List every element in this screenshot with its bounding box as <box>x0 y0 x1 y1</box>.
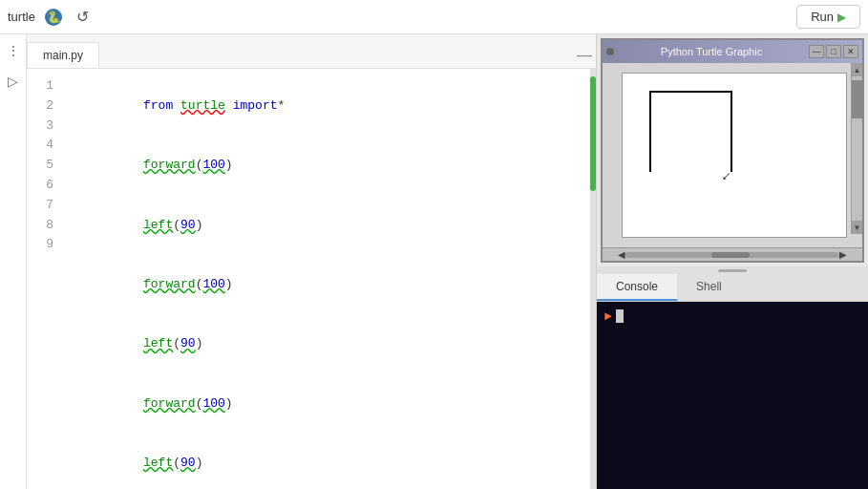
turtle-vscroll-down[interactable]: ▼ <box>852 221 862 234</box>
run-label: Run <box>811 10 834 24</box>
turtle-vscroll-up[interactable]: ▲ <box>852 63 862 76</box>
console-prompt: ► <box>604 309 612 324</box>
turtle-close-button[interactable]: ✕ <box>843 45 858 58</box>
sidebar-menu-icon[interactable]: ⋮ <box>5 42 22 59</box>
line-numbers: 1 2 3 4 5 6 7 8 9 <box>27 69 61 489</box>
run-button[interactable]: Run ▶ <box>796 5 860 29</box>
turtle-hscroll-left[interactable]: ◀ <box>618 249 625 260</box>
sidebar-cursor-icon[interactable]: ▷ <box>5 73 22 90</box>
code-line-6: forward(100) <box>69 374 590 434</box>
code-editor[interactable]: from turtle import* forward(100) left(90… <box>61 69 590 489</box>
turtle-hscroll[interactable]: ◀ ▶ <box>603 247 862 261</box>
editor-scrollbar[interactable] <box>590 69 596 489</box>
console-tab[interactable]: Console <box>597 274 677 301</box>
console-tabs: Console Shell <box>597 274 868 302</box>
undo-button[interactable]: ↺ <box>72 6 95 29</box>
top-bar: turtle 🐍 ↺ Run ▶ <box>0 0 868 34</box>
console-body[interactable]: ► <box>597 302 868 489</box>
turtle-maximize-button[interactable]: □ <box>826 45 841 58</box>
shell-tab[interactable]: Shell <box>677 274 741 301</box>
turtle-drawing-area: ↓ <box>622 73 847 238</box>
turtle-window-buttons: — □ ✕ <box>809 45 858 58</box>
code-line-2: forward(100) <box>69 136 590 195</box>
main-content: ⋮ ▷ main.py — 1 2 3 4 5 6 7 8 9 from tur… <box>0 34 868 489</box>
turtle-line-top <box>649 91 730 93</box>
turtle-window: Python Turtle Graphic — □ ✕ ▲ ▼ <box>601 38 864 263</box>
console-panel: Console Shell ► <box>597 274 868 489</box>
python-logo-icon: 🐍 <box>43 7 64 28</box>
editor-body: 1 2 3 4 5 6 7 8 9 from turtle import* fo… <box>27 69 596 489</box>
turtle-cursor-icon: ↓ <box>719 167 735 183</box>
code-line-3: left(90) <box>69 196 590 255</box>
code-line-4: forward(100) <box>69 255 590 314</box>
turtle-canvas: ▲ ▼ ↓ <box>603 63 862 247</box>
turtle-hscroll-right[interactable]: ▶ <box>839 249 847 260</box>
editor-tabs: main.py — <box>27 34 596 69</box>
panel-divider <box>597 266 868 274</box>
code-line-5: left(90) <box>69 315 590 374</box>
turtle-title-dot <box>606 48 614 55</box>
left-sidebar: ⋮ ▷ <box>0 34 27 489</box>
turtle-vscroll[interactable]: ▲ ▼ <box>851 63 862 234</box>
turtle-vscroll-thumb[interactable] <box>852 80 862 118</box>
editor-minimize-button[interactable]: — <box>577 47 592 64</box>
console-cursor <box>616 309 624 323</box>
turtle-line-right <box>730 91 732 172</box>
app-title: turtle <box>8 10 35 24</box>
turtle-line-left <box>649 91 651 172</box>
main-py-tab[interactable]: main.py <box>27 42 99 68</box>
editor-container: main.py — 1 2 3 4 5 6 7 8 9 from turtle … <box>27 34 596 489</box>
turtle-minimize-button[interactable]: — <box>809 45 824 58</box>
divider-handle[interactable] <box>718 269 747 272</box>
turtle-window-title: Python Turtle Graphic <box>618 46 805 57</box>
code-line-7: left(90) <box>69 434 590 489</box>
svg-text:🐍: 🐍 <box>46 10 60 24</box>
turtle-hscroll-thumb[interactable] <box>711 252 750 258</box>
right-panel: Python Turtle Graphic — □ ✕ ▲ ▼ <box>596 34 868 489</box>
code-line-1: from turtle import* <box>69 76 590 136</box>
turtle-hscroll-track[interactable] <box>625 252 839 258</box>
turtle-titlebar: Python Turtle Graphic — □ ✕ <box>603 40 862 63</box>
editor-scroll-thumb[interactable] <box>590 76 596 191</box>
play-icon: ▶ <box>837 11 846 24</box>
